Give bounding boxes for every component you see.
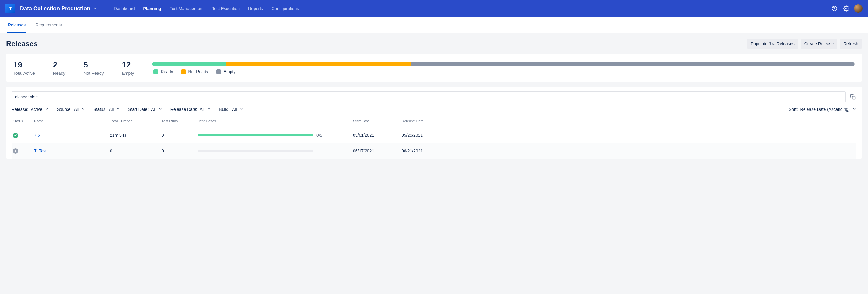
nav-test-management[interactable]: Test Management xyxy=(165,0,208,17)
stat-label: Total Active xyxy=(13,71,35,76)
stat-value: 2 xyxy=(53,60,65,69)
table-row[interactable]: 7.621m 34s90/205/01/202105/29/2021 xyxy=(11,127,857,143)
populate-jira-releases-button[interactable]: Populate Jira Releases xyxy=(747,39,798,49)
chevron-down-icon xyxy=(44,107,49,112)
search-input[interactable] xyxy=(11,91,845,102)
col-test-cases: Test Cases xyxy=(198,119,353,123)
col-status: Status xyxy=(13,119,34,123)
test-cases-progress: 0/2 xyxy=(198,133,353,138)
stat-value: 19 xyxy=(13,60,35,69)
filter-release[interactable]: Release: Active xyxy=(11,107,49,112)
progress-segment-ready xyxy=(152,62,226,66)
nav-dashboard[interactable]: Dashboard xyxy=(110,0,139,17)
legend-label: Empty xyxy=(223,69,236,74)
release-name-link[interactable]: 7.6 xyxy=(34,133,40,138)
col-release-date: Release Date xyxy=(402,119,450,123)
stat-not-ready: 5 Not Ready xyxy=(84,60,103,76)
history-icon[interactable] xyxy=(830,4,839,13)
stat-value: 5 xyxy=(84,60,103,69)
sub-tabs: ReleasesRequirements xyxy=(0,17,868,33)
copy-icon[interactable] xyxy=(849,93,857,100)
chevron-down-icon xyxy=(81,107,85,112)
sort-value: Release Date (Ascending) xyxy=(800,107,850,112)
nav-planning[interactable]: Planning xyxy=(139,0,165,17)
test-cases-count: 0/2 xyxy=(316,133,322,138)
status-breakdown: Ready Not Ready Empty xyxy=(152,62,855,74)
table-header: Status Name Total Duration Test Runs Tes… xyxy=(11,116,857,127)
chevron-down-icon xyxy=(852,107,857,112)
cell-release-date: 05/29/2021 xyxy=(402,133,450,138)
nav-reports[interactable]: Reports xyxy=(244,0,267,17)
stat-ready: 2 Ready xyxy=(53,60,65,76)
stat-label: Not Ready xyxy=(84,71,103,76)
stat-empty: 12 Empty xyxy=(122,60,134,76)
legend-label: Not Ready xyxy=(188,69,208,74)
swatch-not-ready xyxy=(181,69,186,74)
progress-segment-empty xyxy=(411,62,855,66)
cell-test-runs: 0 xyxy=(162,149,198,153)
cell-start-date: 06/17/2021 xyxy=(353,149,402,153)
filter-label: Status: xyxy=(93,107,106,112)
stat-label: Empty xyxy=(122,71,134,76)
stat-total-active: 19 Total Active xyxy=(13,60,35,76)
status-ready-icon xyxy=(13,133,18,138)
summary-card: 19 Total Active 2 Ready 5 Not Ready 12 E… xyxy=(6,54,862,82)
avatar[interactable] xyxy=(854,4,863,13)
filter-value: Active xyxy=(31,107,42,112)
filter-status[interactable]: Status: All xyxy=(93,107,120,112)
test-cases-bar xyxy=(198,150,313,152)
releases-panel: Release: Active Source: All Status: All … xyxy=(6,87,862,158)
filter-value: All xyxy=(74,107,79,112)
filter-source[interactable]: Source: All xyxy=(57,107,85,112)
chevron-down-icon xyxy=(239,107,244,112)
filter-label: Release: xyxy=(11,107,28,112)
cell-total-duration: 0 xyxy=(110,149,162,153)
app-logo[interactable]: T xyxy=(5,4,15,13)
svg-rect-1 xyxy=(852,96,855,99)
top-navbar: T Data Collection Production DashboardPl… xyxy=(0,0,868,17)
filter-label: Build: xyxy=(219,107,229,112)
svg-point-0 xyxy=(845,8,847,9)
project-switcher[interactable]: Data Collection Production xyxy=(20,5,97,12)
filter-value: All xyxy=(109,107,114,112)
sort-label: Sort: xyxy=(789,107,798,112)
filter-release-date[interactable]: Release Date: All xyxy=(170,107,211,112)
cell-test-runs: 9 xyxy=(162,133,198,138)
releases-table: Status Name Total Duration Test Runs Tes… xyxy=(11,116,857,158)
col-name: Name xyxy=(34,119,110,123)
test-cases-progress xyxy=(198,150,353,152)
filter-label: Release Date: xyxy=(170,107,197,112)
col-total-duration: Total Duration xyxy=(110,119,162,123)
release-name-link[interactable]: T_Test xyxy=(34,149,47,153)
nav-test-execution[interactable]: Test Execution xyxy=(208,0,244,17)
filter-label: Source: xyxy=(57,107,71,112)
chevron-down-icon xyxy=(93,5,97,12)
chevron-down-icon xyxy=(207,107,211,112)
table-row[interactable]: T_Test0006/17/202106/21/2021 xyxy=(11,143,857,158)
sort-control[interactable]: Sort: Release Date (Ascending) xyxy=(789,107,857,112)
legend-not-ready: Not Ready xyxy=(181,69,208,74)
nav-configurations[interactable]: Configurations xyxy=(267,0,303,17)
refresh-button[interactable]: Refresh xyxy=(840,39,862,49)
legend-empty: Empty xyxy=(216,69,236,74)
tab-requirements[interactable]: Requirements xyxy=(35,17,62,33)
chevron-down-icon xyxy=(158,107,162,112)
tab-releases[interactable]: Releases xyxy=(7,17,26,33)
cell-release-date: 06/21/2021 xyxy=(402,149,450,153)
test-cases-bar xyxy=(198,134,313,136)
create-release-button[interactable]: Create Release xyxy=(801,39,837,49)
filter-build[interactable]: Build: All xyxy=(219,107,244,112)
legend-label: Ready xyxy=(161,69,173,74)
page-header: Releases Populate Jira Releases Create R… xyxy=(0,33,868,53)
filter-start-date[interactable]: Start Date: All xyxy=(128,107,162,112)
status-breakdown-bar xyxy=(152,62,855,66)
main-nav: DashboardPlanningTest ManagementTest Exe… xyxy=(110,0,303,17)
gear-icon[interactable] xyxy=(841,4,851,13)
project-name: Data Collection Production xyxy=(20,5,90,12)
filter-value: All xyxy=(232,107,237,112)
stat-label: Ready xyxy=(53,71,65,76)
col-test-runs: Test Runs xyxy=(162,119,198,123)
filter-value: All xyxy=(200,107,205,112)
progress-segment-not-ready xyxy=(226,62,411,66)
col-start-date: Start Date xyxy=(353,119,402,123)
